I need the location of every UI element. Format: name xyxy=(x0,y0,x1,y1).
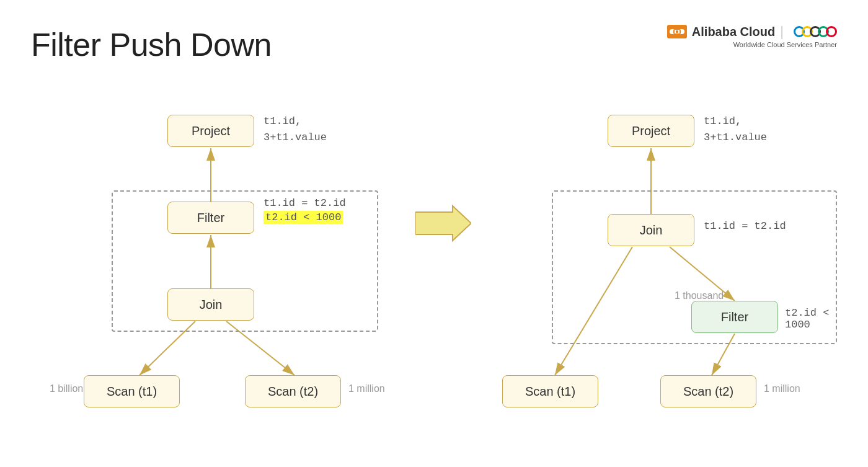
right-filter-node: Filter xyxy=(691,301,778,333)
logo-icon xyxy=(667,25,687,38)
left-count-billion: 1 billion xyxy=(50,383,83,394)
left-scan-t1-node: Scan (t1) xyxy=(84,375,180,407)
left-filter-node: Filter xyxy=(167,202,254,234)
left-project-node: Project xyxy=(167,115,254,147)
logo-sub: Worldwide Cloud Services Partner xyxy=(733,41,837,48)
svg-marker-9 xyxy=(415,206,471,241)
right-scan-t1-node: Scan (t1) xyxy=(502,375,598,407)
right-join-label: t1.id = t2.id xyxy=(704,220,786,232)
right-count-thousand: 1 thousand xyxy=(675,290,724,301)
right-join-node: Join xyxy=(608,214,694,246)
brand-name: Alibaba Cloud xyxy=(692,25,775,39)
right-project-node: Project xyxy=(608,115,694,147)
right-count-million: 1 million xyxy=(764,383,800,394)
right-filter-label: t2.id < 1000 xyxy=(785,307,856,331)
olympic-rings xyxy=(794,26,837,37)
left-join-node: Join xyxy=(167,288,254,321)
left-project-label: t1.id,3+t1.value xyxy=(264,113,327,145)
left-filter-label-2: t2.id < 1000 xyxy=(264,211,343,223)
left-scan-t2-node: Scan (t2) xyxy=(245,375,341,407)
svg-rect-3 xyxy=(676,30,678,33)
left-diagram: Project Filter Join Scan (t1) Scan (t2) … xyxy=(50,96,409,443)
transform-arrow xyxy=(415,205,471,244)
left-count-million: 1 million xyxy=(348,383,385,394)
right-diagram: Project Join Filter Scan (t1) Scan (t2) … xyxy=(490,96,856,443)
logo-area: Alibaba Cloud | Worldwide Cloud Services… xyxy=(667,24,837,48)
right-scan-t2-node: Scan (t2) xyxy=(660,375,756,407)
page-title: Filter Push Down xyxy=(31,26,272,63)
right-project-label: t1.id,3+t1.value xyxy=(704,113,767,145)
left-filter-label-1: t1.id = t2.id xyxy=(264,197,346,209)
